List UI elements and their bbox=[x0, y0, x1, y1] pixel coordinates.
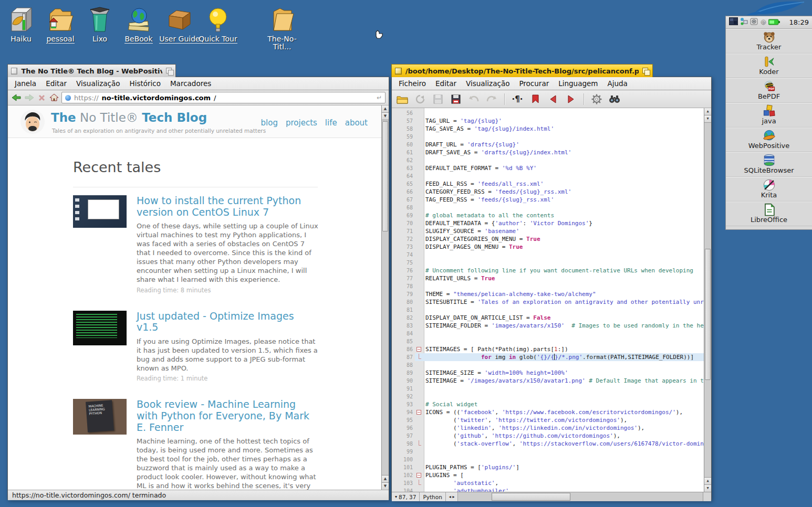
code-line[interactable]: 72DISPLAY_CATEGORIES_ON_MENU = True bbox=[392, 235, 704, 243]
scrollbar-thumb[interactable] bbox=[492, 493, 570, 501]
scroll-up-icon[interactable]: ▲ bbox=[382, 475, 389, 482]
nav-link-life[interactable]: life bbox=[325, 118, 337, 128]
editor-title-tab[interactable]: /boot/home/Desktop/The-No-Title-Tech-Blo… bbox=[391, 64, 653, 77]
menu-linguagem[interactable]: Linguagem bbox=[554, 77, 602, 90]
fold-gutter[interactable] bbox=[415, 440, 424, 448]
editor-horizontal-scrollbar[interactable] bbox=[458, 492, 703, 501]
browser-vertical-scrollbar[interactable]: ▲ ▼ ▲ ▼ bbox=[381, 105, 389, 490]
fold-collapse-icon[interactable] bbox=[417, 473, 421, 478]
code-line[interactable]: 82DISPLAY_DATE_ON_ARTICLE_LIST = False bbox=[392, 314, 704, 322]
deskbar-item-java[interactable]: java bbox=[726, 103, 812, 128]
zoom-button[interactable] bbox=[642, 68, 649, 75]
scroll-left-right-buttons[interactable]: ◂ ▸ bbox=[446, 492, 459, 501]
resize-corner[interactable] bbox=[703, 492, 711, 501]
home-button[interactable] bbox=[49, 92, 59, 103]
save-as-button[interactable] bbox=[450, 93, 462, 105]
close-button[interactable] bbox=[395, 68, 402, 75]
code-line[interactable]: 96 ('linkedin', 'https://linkedin.com/in… bbox=[392, 424, 704, 432]
code-line[interactable]: 81 bbox=[392, 306, 704, 314]
undo-button[interactable] bbox=[467, 93, 480, 105]
code-line[interactable]: 65FEED_ALL_RSS = 'feeds/all_rss.xml' bbox=[392, 180, 704, 188]
code-line[interactable]: 80SITESUBTITLE = 'Tales of an exploratio… bbox=[392, 298, 704, 306]
code-line[interactable]: 101PLUGIN_PATHS = ['plugins/'] bbox=[392, 463, 704, 471]
code-line[interactable]: 61DRAFT_SAVE_AS = 'drafts/{slug}/index.h… bbox=[392, 149, 704, 156]
deskbar-item-libreoffice[interactable]: LibreOffice bbox=[726, 202, 812, 226]
redo-button[interactable] bbox=[485, 93, 498, 105]
menu-procurar[interactable]: Procurar bbox=[514, 77, 554, 90]
scroll-down-icon[interactable]: ▼ bbox=[382, 482, 389, 490]
prev-bookmark-button[interactable] bbox=[547, 93, 559, 105]
desktop-icon-bebook[interactable]: BeBook bbox=[116, 6, 162, 44]
deskbar-item-webpositive[interactable]: WebPositive bbox=[726, 128, 812, 152]
code-line[interactable]: 71SLUGIFY_SOURCE = 'basename' bbox=[392, 227, 704, 235]
zoom-button[interactable] bbox=[166, 68, 172, 75]
next-bookmark-button[interactable] bbox=[565, 93, 577, 105]
code-line[interactable]: 74 bbox=[392, 251, 704, 259]
code-line[interactable]: 99 bbox=[392, 448, 704, 456]
code-line[interactable]: 100 bbox=[392, 456, 704, 463]
deskbar-item-tracker[interactable]: Tracker bbox=[726, 29, 812, 54]
scroll-down-icon[interactable]: ▼ bbox=[704, 115, 711, 123]
centos-desktop-thumb[interactable] bbox=[73, 195, 127, 228]
menu-marcadores[interactable]: Marcadores bbox=[165, 77, 216, 90]
terminal-thumb[interactable] bbox=[73, 311, 127, 345]
code-line[interactable]: 68 bbox=[392, 204, 704, 212]
menu-janela[interactable]: Janela bbox=[10, 77, 41, 90]
open-file-button[interactable] bbox=[396, 93, 409, 105]
code-line[interactable]: 98 ('stack-overflow', 'https://stackover… bbox=[392, 440, 704, 448]
code-line[interactable]: 102PLUGINS = [ bbox=[392, 471, 704, 479]
url-bar[interactable]: https://no-title.victordomingos.com/ ↵ bbox=[61, 92, 386, 103]
desktop-icon-quick-tour[interactable]: Quick Tour bbox=[195, 6, 241, 44]
menu-visualiza-o[interactable]: Visualização bbox=[461, 77, 514, 90]
menu-ajuda[interactable]: Ajuda bbox=[602, 77, 632, 90]
code-line[interactable]: 90SITEIMAGE = '/images/avatars/x150/avat… bbox=[392, 377, 704, 385]
fold-collapse-icon[interactable] bbox=[417, 347, 421, 352]
nav-link-blog[interactable]: blog bbox=[261, 118, 278, 128]
code-line[interactable]: 73DISPLAY_PAGES_ON_MENU = True bbox=[392, 243, 704, 251]
save-button[interactable] bbox=[432, 93, 444, 105]
deskbar-item-krita[interactable]: Krita bbox=[726, 177, 812, 202]
stop-button[interactable] bbox=[36, 92, 47, 103]
menu-editar[interactable]: Editar bbox=[41, 77, 71, 90]
book-ml-thumb[interactable] bbox=[73, 399, 127, 435]
workspaces-icon[interactable] bbox=[729, 17, 738, 27]
code-line[interactable]: 76# Uncomment following line if you want… bbox=[392, 267, 704, 274]
fold-gutter[interactable] bbox=[415, 353, 424, 361]
code-line[interactable]: 92 bbox=[392, 393, 704, 400]
fold-gutter[interactable] bbox=[415, 479, 424, 487]
show-whitespace-button[interactable]: ·¶· bbox=[511, 93, 524, 105]
find-binoculars-icon[interactable] bbox=[608, 93, 621, 105]
code-line[interactable]: 91 bbox=[392, 385, 704, 393]
nav-link-projects[interactable]: projects bbox=[286, 118, 317, 128]
editor-vertical-scrollbar[interactable]: ▲ ▼ ▲ ▼ bbox=[704, 108, 711, 492]
scroll-down-icon[interactable]: ▼ bbox=[382, 113, 389, 120]
fold-gutter[interactable] bbox=[415, 408, 424, 416]
code-line[interactable]: 88 bbox=[392, 361, 704, 369]
code-line[interactable]: 83SITEIMAGE_FOLDER = 'images/avatars/x15… bbox=[392, 322, 704, 330]
author-avatar[interactable] bbox=[20, 110, 45, 134]
code-line[interactable]: 93# Social widget bbox=[392, 400, 704, 408]
fold-gutter[interactable] bbox=[415, 471, 424, 479]
bookmark-button[interactable] bbox=[529, 93, 542, 105]
code-line[interactable]: 77RELATIVE_URLS = True bbox=[392, 274, 704, 282]
code-line[interactable]: 60DRAFT_URL = 'drafts/{slug}' bbox=[392, 141, 704, 149]
blog-title[interactable]: The No Title® Tech Blog bbox=[51, 111, 207, 124]
forward-button[interactable] bbox=[24, 92, 34, 103]
code-line[interactable]: 84 bbox=[392, 330, 704, 337]
scrollbar-thumb[interactable] bbox=[705, 249, 711, 380]
article-title[interactable]: Book review - Machine Learning with Pyth… bbox=[137, 399, 318, 433]
code-line[interactable]: 89SITEIMAGE_SIZE = 'width=100% height=10… bbox=[392, 369, 704, 377]
close-button[interactable] bbox=[11, 68, 17, 75]
code-line[interactable]: 66CATEGORY_FEED_RSS = 'feeds/{slug}_rss.… bbox=[392, 188, 704, 196]
scrollbar-thumb[interactable] bbox=[382, 121, 388, 231]
code-line[interactable]: 59 bbox=[392, 133, 704, 141]
code-line[interactable]: 103 'autostatic', bbox=[392, 479, 704, 487]
volume-icon[interactable] bbox=[750, 17, 758, 27]
menu-hist-rico[interactable]: Histórico bbox=[124, 77, 165, 90]
code-line[interactable]: 58TAG_SAVE_AS = 'tag/{slug}/index.html' bbox=[392, 125, 704, 133]
language-indicator[interactable]: Python bbox=[420, 492, 445, 501]
reload-button[interactable] bbox=[414, 93, 426, 105]
battery-icon[interactable] bbox=[768, 17, 780, 27]
code-line[interactable]: 75 bbox=[392, 259, 704, 267]
code-line[interactable]: 94ICONS = (('facebook', 'https://www.fac… bbox=[392, 408, 704, 416]
